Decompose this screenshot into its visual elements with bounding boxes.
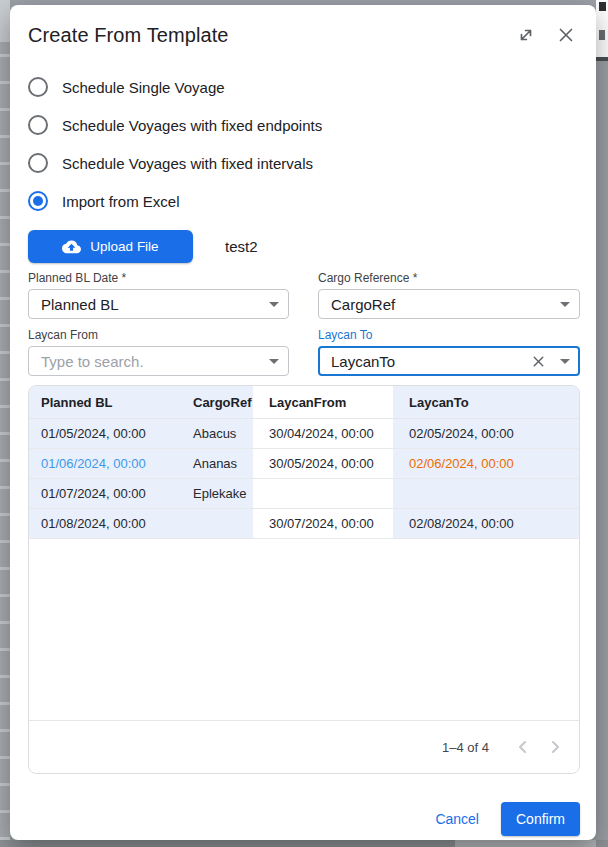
table-cell: 01/06/2024, 00:00 <box>29 449 181 478</box>
laycan-from-input[interactable] <box>41 353 262 370</box>
table-cell <box>253 479 393 508</box>
radio-label: Schedule Voyages with fixed intervals <box>62 155 313 172</box>
upload-row: Upload File test2 <box>28 230 580 263</box>
column-header-planned-bl[interactable]: Planned BL <box>29 386 181 418</box>
column-header-laycanto[interactable]: LaycanTo <box>393 386 579 418</box>
radio-option-fixed-intervals[interactable]: Schedule Voyages with fixed intervals <box>28 144 580 182</box>
radio-unchecked-icon <box>28 153 48 173</box>
import-preview-table: Planned BL CargoRef LaycanFrom LaycanTo … <box>28 385 580 774</box>
radio-option-schedule-single-voyage[interactable]: Schedule Single Voyage <box>28 68 580 106</box>
field-laycan-from: Laycan From <box>28 328 289 376</box>
field-planned-bl-date: Planned BL Date * <box>28 271 289 319</box>
table-cell: Ananas <box>181 449 253 478</box>
table-cell: 02/05/2024, 00:00 <box>393 419 579 448</box>
radio-option-import-from-excel[interactable]: Import from Excel <box>28 182 580 220</box>
cargo-reference-label: Cargo Reference * <box>318 271 580 285</box>
close-icon <box>530 353 547 370</box>
open-in-full-icon <box>516 25 536 45</box>
cloud-upload-icon <box>62 239 81 254</box>
table-cell: 02/06/2024, 00:00 <box>393 449 579 478</box>
radio-unchecked-icon <box>28 77 48 97</box>
close-icon <box>556 25 576 45</box>
table-cell: 01/07/2024, 00:00 <box>29 479 181 508</box>
field-laycan-to: Laycan To <box>318 328 580 376</box>
laycan-to-input[interactable] <box>331 353 530 370</box>
mapping-fields: Planned BL Date * Cargo Reference * Layc… <box>28 271 580 376</box>
column-header-cargoref[interactable]: CargoRef <box>181 386 253 418</box>
background-content-bottom <box>0 840 608 847</box>
radio-label: Import from Excel <box>62 193 180 210</box>
chevron-right-icon <box>545 737 565 757</box>
dialog-footer: Cancel Confirm <box>28 802 580 836</box>
planned-bl-date-select[interactable] <box>28 289 289 319</box>
background-divider <box>596 57 608 61</box>
table-cell: Eplekake <box>181 479 253 508</box>
cargo-reference-select[interactable] <box>318 289 580 319</box>
planned-bl-date-label: Planned BL Date * <box>28 271 289 285</box>
create-from-template-dialog: Create From Template Schedule Single Voy… <box>10 5 596 840</box>
background-content-right <box>596 0 608 847</box>
pagination-prev-button[interactable] <box>507 731 539 763</box>
radio-label: Schedule Single Voyage <box>62 79 225 96</box>
table-cell <box>181 509 253 538</box>
chevron-down-icon[interactable] <box>560 359 570 364</box>
background-content-left <box>0 0 10 847</box>
chevron-down-icon[interactable] <box>269 359 279 364</box>
chevron-down-icon[interactable] <box>269 302 279 307</box>
pagination-next-button[interactable] <box>539 731 571 763</box>
table-cell: 01/08/2024, 00:00 <box>29 509 181 538</box>
table-empty-area <box>29 539 579 720</box>
table-pagination: 1–4 of 4 <box>29 720 579 773</box>
column-header-laycanfrom[interactable]: LaycanFrom <box>253 386 393 418</box>
planned-bl-date-input[interactable] <box>41 296 262 313</box>
clear-laycan-to-button[interactable] <box>530 353 547 370</box>
laycan-from-select[interactable] <box>28 346 289 376</box>
pagination-range: 1–4 of 4 <box>442 740 489 755</box>
dialog-header: Create From Template <box>28 20 580 50</box>
chevron-left-icon <box>513 737 533 757</box>
laycan-from-label: Laycan From <box>28 328 289 342</box>
radio-unchecked-icon <box>28 115 48 135</box>
expand-dialog-button[interactable] <box>512 21 540 49</box>
table-row: 01/06/2024, 00:00 Ananas 30/05/2024, 00:… <box>29 449 579 479</box>
radio-option-fixed-endpoints[interactable]: Schedule Voyages with fixed endpoints <box>28 106 580 144</box>
upload-file-button[interactable]: Upload File <box>28 230 193 263</box>
cancel-button[interactable]: Cancel <box>427 805 487 833</box>
confirm-button[interactable]: Confirm <box>501 802 580 836</box>
table-cell: 02/08/2024, 00:00 <box>393 509 579 538</box>
table-cell <box>393 479 579 508</box>
upload-button-label: Upload File <box>90 239 158 254</box>
chevron-down-icon[interactable] <box>560 302 570 307</box>
uploaded-file-name: test2 <box>225 238 258 255</box>
table-row: 01/07/2024, 00:00 Eplekake <box>29 479 579 509</box>
table-cell: 01/05/2024, 00:00 <box>29 419 181 448</box>
voyage-type-radio-group: Schedule Single Voyage Schedule Voyages … <box>28 68 580 220</box>
radio-label: Schedule Voyages with fixed endpoints <box>62 117 322 134</box>
table-header-row: Planned BL CargoRef LaycanFrom LaycanTo <box>29 386 579 419</box>
laycan-to-select[interactable] <box>318 346 580 376</box>
background-text-fragment <box>599 2 606 11</box>
laycan-to-label: Laycan To <box>318 328 580 342</box>
table-cell: Abacus <box>181 419 253 448</box>
table-cell: 30/07/2024, 00:00 <box>253 509 393 538</box>
table-cell: 30/05/2024, 00:00 <box>253 449 393 478</box>
table-row: 01/08/2024, 00:00 30/07/2024, 00:00 02/0… <box>29 509 579 539</box>
table-cell: 30/04/2024, 00:00 <box>253 419 393 448</box>
table-row: 01/05/2024, 00:00 Abacus 30/04/2024, 00:… <box>29 419 579 449</box>
cargo-reference-input[interactable] <box>331 296 553 313</box>
dialog-title: Create From Template <box>28 24 500 47</box>
field-cargo-reference: Cargo Reference * <box>318 271 580 319</box>
background-text-fragment <box>599 30 605 40</box>
close-dialog-button[interactable] <box>552 21 580 49</box>
radio-checked-icon <box>28 191 48 211</box>
